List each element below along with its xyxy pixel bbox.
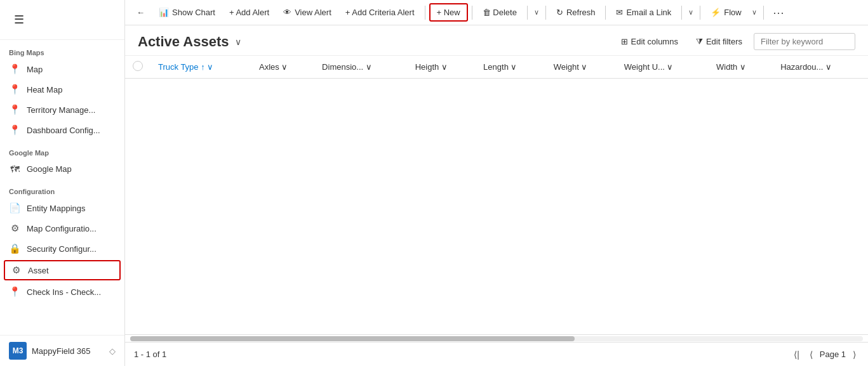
add-criteria-button[interactable]: + Add Criteria Alert [339,4,421,20]
sidebar-item-entity-mappings[interactable]: 📄Entity Mappings [0,198,124,218]
view-alert-button[interactable]: 👁 View Alert [277,4,338,20]
delete-button[interactable]: 🗑 Delete [476,4,523,20]
sidebar-item-label-heat-map: Heat Map [27,85,62,95]
back-button[interactable]: ← [130,4,151,20]
col-header-axles[interactable]: Axles ∨ [251,56,314,79]
first-page-button[interactable]: ⟨| [791,348,803,361]
col-header-truck-type[interactable]: Truck Type ↑ ∨ [150,56,251,79]
flow-button[interactable]: ⚡ Flow [704,4,747,20]
email-link-button[interactable]: ✉ Email a Link [610,4,678,20]
more-button[interactable]: ⋯ [768,3,789,23]
footer-app-name: MappyField 365 [32,346,91,356]
sidebar-item-dashboard-config[interactable]: 📍Dashboard Config... [0,120,124,140]
sidebar-footer: M3 MappyField 365 ◇ [0,335,124,366]
sidebar-item-label-entity-mappings: Entity Mappings [27,204,86,213]
email-icon: ✉ [616,8,623,17]
new-button[interactable]: + New [429,3,468,22]
sidebar-header: ☰ [0,0,124,40]
edit-columns-button[interactable]: ⊞ Edit columns [615,34,684,49]
scrollbar-thumb[interactable] [130,336,575,341]
email-chevron[interactable]: ∨ [686,5,696,20]
sidebar-item-google-map[interactable]: 🗺Google Map [0,159,124,179]
filter-icon: ⧩ [696,37,703,47]
sidebar-item-territory-manage[interactable]: 📍Territory Manage... [0,100,124,120]
col-header-height[interactable]: Heigth ∨ [408,56,476,79]
prev-page-button[interactable]: ⟨ [806,348,816,361]
territory-manage-icon: 📍 [9,104,20,115]
sidebar-item-label-map-configuration: Map Configuratio... [27,224,97,233]
col-header-width[interactable]: Width ∨ [709,56,773,79]
horizontal-scrollbar[interactable] [125,334,868,342]
separator-1 [425,6,425,20]
sidebar-item-check-ins[interactable]: 📍Check Ins - Check... [0,282,124,302]
refresh-icon: ↻ [556,8,563,17]
title-dropdown-icon[interactable]: ∨ [235,37,241,47]
flow-icon: ⚡ [711,8,721,17]
page-label: Page 1 [820,350,846,359]
sidebar-section-bing-maps: Bing Maps [0,40,124,59]
google-map-icon: 🗺 [9,164,20,174]
sidebar-item-label-asset: Asset [28,266,49,275]
delete-chevron[interactable]: ∨ [531,5,542,20]
col-header-weight-unit[interactable]: Weight U... ∨ [617,56,709,79]
sidebar-item-heat-map[interactable]: 📍Heat Map [0,79,124,100]
check-ins-icon: 📍 [9,286,20,297]
avatar: M3 [9,342,27,360]
toolbar: ← 📊 Show Chart + Add Alert 👁 View Alert … [125,0,868,25]
sidebar-item-label-check-ins: Check Ins - Check... [27,287,101,297]
asset-icon: ⚙ [10,265,22,276]
col-header-length[interactable]: Length ∨ [476,56,546,79]
separator-4 [545,6,546,20]
show-chart-button[interactable]: 📊 Show Chart [152,4,222,20]
page-title: Active Assets [138,34,229,50]
chart-icon: 📊 [159,8,169,17]
table-footer: 1 - 1 of 1 ⟨| ⟨ Page 1 ⟩ [125,342,868,366]
map-configuration-icon: ⚙ [9,223,20,234]
refresh-button[interactable]: ↻ Refresh [550,4,602,20]
col-header-dimensions[interactable]: Dimensio... ∨ [314,56,408,79]
col-header-weight[interactable]: Weight ∨ [546,56,617,79]
header-actions: ⊞ Edit columns ⧩ Edit filters [615,33,856,50]
separator-8 [763,6,764,20]
add-alert-button[interactable]: + Add Alert [223,4,276,20]
data-table: Truck Type ↑ ∨Axles ∨Dimensio... ∨Heigth… [125,56,868,79]
security-configur-icon: 🔒 [9,243,20,254]
eye-icon: 👁 [283,8,291,17]
sidebar-item-label-dashboard-config: Dashboard Config... [27,126,100,135]
sidebar-item-asset[interactable]: ⚙Asset [4,260,121,280]
separator-3 [527,6,528,20]
sidebar-item-label-map: Map [27,65,43,74]
scrollbar-track [130,336,863,341]
back-icon: ← [137,8,145,17]
sidebar-item-map[interactable]: 📍Map [0,59,124,79]
flow-chevron[interactable]: ∨ [749,5,759,20]
dashboard-config-icon: 📍 [9,124,20,136]
separator-7 [700,6,700,20]
sidebar-item-label-google-map: Google Map [27,164,72,174]
sidebar-item-label-territory-manage: Territory Manage... [27,105,95,115]
footer-diamond-icon[interactable]: ◇ [109,346,116,356]
columns-icon: ⊞ [621,37,628,46]
map-icon: 📍 [9,63,20,75]
sidebar-item-security-configur[interactable]: 🔒Security Configur... [0,239,124,259]
sidebar-section-configuration: Configuration [0,179,124,198]
select-all-checkbox[interactable] [125,56,150,79]
separator-2 [472,6,472,20]
filter-keyword-input[interactable] [754,33,855,50]
separator-5 [605,6,606,20]
pagination-info: 1 - 1 of 1 [134,350,166,359]
data-table-container: Truck Type ↑ ∨Axles ∨Dimensio... ∨Heigth… [125,56,868,334]
col-header-hazardous[interactable]: Hazardou... ∨ [773,56,868,79]
main-content: ← 📊 Show Chart + Add Alert 👁 View Alert … [125,0,868,366]
hamburger-menu[interactable]: ☰ [9,8,29,32]
sidebar-item-map-configuration[interactable]: ⚙Map Configuratio... [0,218,124,239]
next-page-button[interactable]: ⟩ [850,348,859,361]
sidebar: ☰ Bing Maps📍Map📍Heat Map📍Territory Manag… [0,0,125,366]
content-header: Active Assets ∨ ⊞ Edit columns ⧩ Edit fi… [125,25,868,56]
pagination-controls: ⟨| ⟨ Page 1 ⟩ [791,348,859,361]
sidebar-section-google-map: Google Map [0,140,124,159]
edit-filters-button[interactable]: ⧩ Edit filters [690,34,749,50]
separator-6 [681,6,682,20]
sidebar-item-label-security-configur: Security Configur... [27,244,97,254]
heat-map-icon: 📍 [9,84,20,95]
